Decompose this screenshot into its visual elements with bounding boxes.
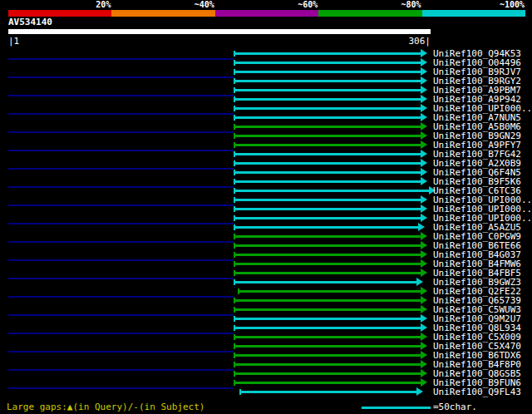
hit-bar-arrow-icon	[421, 259, 427, 268]
hit-bar-line	[234, 135, 421, 137]
gap-line	[8, 296, 234, 298]
hit-bar-arrow-icon	[421, 323, 427, 332]
hit-bar-line	[234, 354, 421, 357]
hit-bar-line	[234, 254, 421, 256]
hit-bar-line	[234, 171, 421, 174]
hit-bar-arrow-icon	[421, 287, 427, 295]
hit-bar-line	[234, 345, 421, 347]
hit-bar-arrow-icon	[421, 49, 427, 57]
hit-bar-line	[234, 153, 421, 155]
hit-bar-line	[234, 281, 416, 283]
hit-bar-arrow-icon	[416, 387, 423, 396]
hit-bar-arrow-icon	[418, 223, 425, 231]
hit-bar-arrow-icon	[421, 95, 427, 103]
gap-line	[8, 387, 234, 389]
hit-bar-arrow-icon	[421, 351, 427, 359]
hit-bar-line	[234, 327, 421, 329]
hit-bar-arrow-icon	[421, 86, 427, 94]
gap-line	[8, 314, 234, 316]
hit-bar-arrow-icon	[421, 104, 427, 112]
hit-bar-arrow-icon	[421, 314, 427, 323]
gap-line	[8, 259, 234, 261]
hit-rows: UniRef100_Q94K53UniRef100_O04496UniRef10…	[0, 0, 532, 414]
hit-bar-line	[234, 235, 421, 238]
hit-bar-arrow-icon	[421, 269, 427, 277]
hit-bar-line	[234, 244, 421, 247]
hit-bar-arrow-icon	[421, 232, 427, 240]
hit-bar-arrow-icon	[421, 177, 427, 185]
gap-line	[8, 150, 234, 151]
blast-graphic-overview: 20%~40%~60%~80%~100% AV534140 |1 306| Un…	[0, 0, 532, 414]
gap-line	[8, 76, 234, 78]
hit-bar-arrow-icon	[421, 67, 427, 76]
hit-bar-line	[234, 199, 421, 201]
hit-bar-arrow-icon	[421, 378, 427, 387]
hit-bar-arrow-icon	[421, 333, 427, 341]
hit-bar-arrow-icon	[416, 278, 423, 286]
hit-bar-line	[234, 180, 421, 183]
hit-bar-arrow-icon	[421, 205, 427, 213]
hit-bar-arrow-icon	[421, 131, 427, 140]
hit-bar-line	[234, 272, 421, 274]
gap-line	[8, 351, 234, 352]
hit-bar-arrow-icon	[421, 159, 427, 167]
hit-bar-line	[238, 290, 421, 293]
hit-bar-arrow-icon	[421, 342, 427, 350]
hit-bar-arrow-icon	[421, 195, 427, 204]
hit-bar-line	[234, 299, 421, 302]
gap-line	[8, 113, 234, 115]
hit-bar-line	[234, 336, 421, 338]
hit-bar-line	[234, 162, 421, 165]
hit-bar-line	[234, 217, 421, 219]
scale-legend-label: =50char.	[433, 402, 477, 412]
hit-bar-arrow-icon	[421, 122, 427, 131]
hit-bar-line	[234, 190, 429, 192]
hit-bar-line	[234, 208, 421, 210]
hit-bar-arrow-icon	[421, 113, 427, 121]
hit-bar-line	[234, 80, 421, 82]
gap-line	[8, 278, 234, 279]
gap-line	[8, 95, 234, 96]
hit-bar-arrow-icon	[421, 360, 427, 368]
hit-bar-line	[234, 363, 421, 366]
gap-line	[8, 241, 234, 243]
hit-bar-line	[234, 126, 421, 128]
hit-bar-line	[234, 226, 418, 229]
scale-legend-line	[362, 407, 431, 409]
hit-bar-line	[234, 62, 421, 64]
hit-bar-line	[239, 391, 416, 393]
hit-bar-line	[234, 382, 421, 384]
gap-line	[8, 168, 234, 170]
hit-bar-line	[234, 308, 421, 311]
gap-line	[8, 333, 234, 334]
hit-label[interactable]: UniRef100_Q9FL43	[433, 387, 521, 397]
hit-bar-line	[234, 52, 421, 55]
hit-bar-arrow-icon	[421, 76, 427, 85]
hit-bar-arrow-icon	[421, 296, 427, 304]
gap-line	[8, 186, 234, 188]
gap-line	[8, 58, 234, 60]
hit-bar-arrow-icon	[421, 369, 427, 377]
hit-bar-arrow-icon	[421, 214, 427, 222]
hit-bar-line	[234, 98, 421, 101]
hit-bar-line	[234, 71, 421, 73]
hit-bar-arrow-icon	[421, 250, 427, 259]
hit-bar-line	[234, 144, 421, 146]
hit-bar-arrow-icon	[421, 168, 427, 176]
gap-line	[8, 369, 234, 371]
hit-bar-arrow-icon	[421, 305, 427, 313]
hit-bar-line	[234, 318, 421, 320]
gap-line	[8, 223, 234, 224]
hit-bar-line	[234, 107, 421, 110]
gaps-legend: Large gaps:▲(in Query)/-(in Subject)	[7, 402, 204, 412]
hit-bar-arrow-icon	[421, 150, 427, 158]
hit-bar-line	[234, 89, 421, 91]
hit-bar-line	[234, 263, 421, 265]
hit-bar-arrow-icon	[421, 58, 427, 67]
hit-bar-arrow-icon	[421, 241, 427, 249]
hit-bar-line	[234, 372, 421, 375]
hit-bar-line	[234, 116, 421, 119]
gap-line	[8, 131, 234, 133]
gap-line	[8, 205, 234, 206]
hit-bar-arrow-icon	[421, 140, 427, 149]
